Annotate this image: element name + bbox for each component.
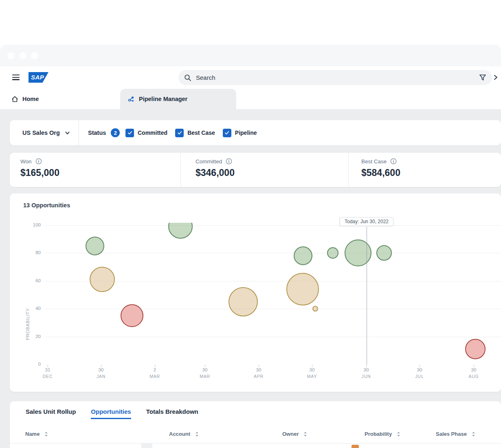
kpi-label: Committed	[196, 158, 222, 165]
chevron-right-icon[interactable]	[493, 74, 499, 82]
x-tick-mark	[259, 365, 259, 367]
app-window: SAP Home	[0, 45, 501, 448]
opportunity-bubble[interactable]	[86, 237, 104, 255]
x-tick-month: MAY	[300, 374, 324, 379]
app-header: SAP	[0, 66, 501, 89]
column-header-owner[interactable]: Owner	[282, 431, 307, 437]
opportunity-bubble[interactable]	[168, 223, 193, 239]
opportunity-bubble[interactable]	[286, 273, 319, 305]
checkbox-committed[interactable]: Committed	[125, 129, 167, 137]
status-checkboxes: Committed Best Case Pipeline	[125, 120, 257, 145]
x-tick-day: 30	[461, 367, 486, 372]
today-line	[367, 227, 367, 365]
kpi-label: Best Case	[361, 158, 387, 165]
kpi-label: Won	[20, 158, 32, 165]
tab-opportunities[interactable]: Opportunities	[91, 408, 131, 419]
info-icon[interactable]	[390, 158, 397, 165]
checkbox-checked-icon	[175, 129, 184, 137]
menu-button[interactable]	[12, 75, 20, 81]
x-tick-month: DEC	[35, 374, 60, 379]
y-tick-label: 80	[18, 250, 41, 255]
chart-title: 13 Opportunities	[23, 202, 70, 209]
tab-sales-unit-rollup[interactable]: Sales Unit Rollup	[26, 408, 76, 419]
kpi-summary: Won $165,000 Committed $346,000	[10, 153, 501, 187]
sap-logo: SAP	[29, 72, 48, 83]
table-panel: Sales Unit Rollup Opportunities Totals B…	[10, 401, 501, 448]
org-selector-label: US Sales Org	[22, 130, 60, 136]
search-bar[interactable]	[178, 70, 492, 85]
chart-card: 13 Opportunities PROBABILITY Today: Jun …	[10, 193, 501, 392]
kpi-committed: Committed $346,000	[196, 158, 235, 178]
x-tick-mark	[101, 365, 101, 367]
x-tick-day: 31	[35, 367, 60, 372]
chevron-down-icon	[65, 130, 70, 136]
info-icon[interactable]	[226, 158, 232, 165]
tab-home[interactable]: Home	[11, 89, 39, 109]
checkbox-pipeline[interactable]: Pipeline	[223, 129, 257, 137]
x-tick-mark	[420, 365, 420, 367]
filter-bar: US Sales Org Status 2 Committed Best Cas…	[10, 120, 501, 145]
x-tick-month: APR	[246, 374, 271, 379]
search-input[interactable]	[196, 74, 476, 81]
info-icon[interactable]	[35, 158, 42, 165]
table-row	[141, 444, 152, 448]
filter-funnel-icon[interactable]	[479, 74, 486, 81]
checkbox-label: Committed	[138, 130, 167, 136]
column-header-account[interactable]: Account	[169, 431, 199, 437]
table-tabs: Sales Unit Rollup Opportunities Totals B…	[26, 408, 198, 419]
x-tick-day: 30	[246, 367, 271, 372]
divider	[180, 153, 181, 187]
y-tick-label: 40	[18, 306, 41, 311]
opportunity-bubble[interactable]	[376, 245, 392, 261]
chart-plot	[10, 223, 501, 365]
window-dot	[7, 52, 15, 59]
gridline-y-40	[45, 309, 501, 309]
x-tick-month: AUG	[461, 374, 486, 379]
checkbox-checked-icon	[223, 129, 231, 137]
x-tick-mark	[205, 365, 205, 367]
x-tick-mark	[312, 365, 312, 367]
x-tick-day: 30	[407, 367, 432, 372]
x-tick-day: 30	[300, 367, 324, 372]
org-selector[interactable]: US Sales Org	[22, 120, 70, 145]
opportunity-bubble[interactable]	[312, 306, 318, 312]
table-header-row: Name Account Owner Probability	[10, 431, 501, 438]
nav-tabstrip: Home Pipeline Manager	[0, 89, 501, 109]
x-tick-mark	[48, 365, 48, 367]
column-header-sales-phase[interactable]: Sales Phase	[436, 431, 475, 437]
search-icon	[184, 74, 191, 81]
kpi-value: $165,000	[20, 167, 59, 178]
tab-totals-breakdown[interactable]: Totals Breakdown	[146, 408, 198, 419]
x-tick-month: JAN	[89, 374, 113, 379]
divider	[10, 443, 501, 444]
kpi-won: Won $165,000	[20, 158, 59, 178]
kpi-value: $584,600	[361, 167, 400, 178]
x-tick-month: JUL	[407, 374, 432, 379]
opportunity-bubble[interactable]	[327, 247, 338, 259]
kpi-value: $346,000	[196, 167, 235, 178]
opportunity-bubble[interactable]	[90, 267, 115, 292]
opportunity-bubble[interactable]	[465, 339, 486, 359]
opportunity-bubble[interactable]	[229, 287, 258, 316]
column-header-probability[interactable]: Probability	[365, 431, 400, 437]
divider	[79, 120, 79, 145]
x-tick-day: 30	[354, 367, 378, 372]
x-tick-mark	[366, 365, 367, 367]
checkbox-label: Pipeline	[235, 130, 257, 136]
kpi-best-case: Best Case $584,600	[361, 158, 400, 178]
x-tick-day: 2	[143, 367, 167, 372]
tab-home-label: Home	[22, 96, 39, 102]
checkbox-best-case[interactable]: Best Case	[175, 129, 215, 137]
opportunity-bubble[interactable]	[121, 304, 143, 327]
status-label: Status	[88, 130, 106, 136]
opportunity-bubble[interactable]	[294, 246, 312, 265]
tab-pipeline-manager[interactable]: Pipeline Manager	[120, 89, 236, 109]
status-count-badge: 2	[111, 128, 120, 137]
status-filter: Status 2	[88, 120, 120, 145]
x-tick-day: 30	[89, 367, 113, 372]
window-titlebar	[0, 45, 501, 66]
opportunity-bubble[interactable]	[345, 239, 371, 266]
x-tick-month: JUN	[354, 374, 378, 379]
sort-icon	[472, 431, 475, 437]
column-header-name[interactable]: Name	[25, 431, 48, 437]
